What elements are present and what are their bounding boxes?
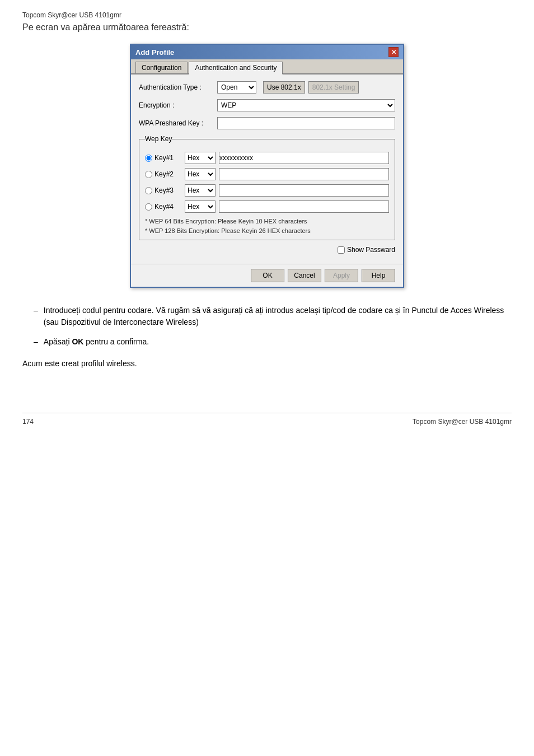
bullet-text-2: Apăsați OK pentru a confirma. bbox=[44, 336, 149, 348]
key1-radio-label[interactable]: Key#1 bbox=[145, 154, 181, 162]
auth-type-label: Authentication Type : bbox=[139, 83, 217, 91]
key3-radio[interactable] bbox=[145, 187, 152, 194]
list-item-1: – Introduceți codul pentru codare. Vă ru… bbox=[34, 305, 512, 328]
auth-type-select[interactable]: Open Shared WPA bbox=[217, 81, 256, 94]
dash-1: – bbox=[34, 305, 38, 328]
key2-label: Key#2 bbox=[154, 170, 174, 178]
dialog-titlebar: Add Profile ✕ bbox=[131, 45, 403, 59]
dialog-tabs: Configuration Authentication and Securit… bbox=[131, 59, 403, 74]
close-button[interactable]: ✕ bbox=[388, 47, 399, 57]
wpa-row: WPA Preshared Key : bbox=[139, 117, 395, 129]
tab-configuration[interactable]: Configuration bbox=[135, 62, 188, 73]
hint1: * WEP 64 Bits Encryption: Please Keyin 1… bbox=[145, 217, 389, 226]
use-802-button[interactable]: Use 802.1x bbox=[263, 81, 305, 94]
page-footer: 174 Topcom Skyr@cer USB 4101gmr bbox=[22, 413, 512, 426]
page-number: 174 bbox=[22, 418, 34, 426]
802-setting-button[interactable]: 802.1x Setting bbox=[308, 81, 359, 94]
encryption-row: Encryption : WEP None TKIP bbox=[139, 99, 395, 111]
ok-button[interactable]: OK bbox=[251, 269, 284, 282]
dialog-buttons: OK Cancel Apply Help bbox=[131, 264, 403, 287]
wep-group-legend: Wep Key bbox=[145, 135, 172, 143]
footer-right-text: Topcom Skyr@cer USB 4101gmr bbox=[413, 418, 512, 426]
key3-label: Key#3 bbox=[154, 186, 174, 194]
key1-input[interactable] bbox=[219, 152, 389, 164]
key1-row: Key#1 Hex ASCII bbox=[145, 152, 389, 164]
auth-type-controls: Open Shared WPA Use 802.1x 802.1x Settin… bbox=[217, 81, 395, 94]
dash-2: – bbox=[34, 336, 38, 348]
page-header-small: Topcom Skyr@cer USB 4101gmr bbox=[22, 11, 512, 19]
key2-type-select[interactable]: Hex ASCII bbox=[185, 168, 216, 180]
key1-radio[interactable] bbox=[145, 155, 152, 162]
key2-radio[interactable] bbox=[145, 171, 152, 178]
dialog-content: Authentication Type : Open Shared WPA Us… bbox=[131, 74, 403, 264]
tab-authentication-security[interactable]: Authentication and Security bbox=[189, 62, 283, 74]
wep-key-group: Wep Key Key#1 Hex ASCII bbox=[139, 135, 395, 240]
key1-label: Key#1 bbox=[154, 154, 174, 162]
add-profile-dialog: Add Profile ✕ Configuration Authenticati… bbox=[130, 44, 404, 288]
show-password-checkbox[interactable] bbox=[338, 246, 345, 254]
apply-button[interactable]: Apply bbox=[325, 269, 358, 282]
key4-label: Key#4 bbox=[154, 203, 174, 211]
page-header-large: Pe ecran va apărea următoarea fereastră: bbox=[22, 22, 512, 32]
bullet-text-1: Introduceți codul pentru codare. Vă rugă… bbox=[44, 305, 512, 328]
dialog-wrapper: Add Profile ✕ Configuration Authenticati… bbox=[22, 44, 512, 288]
key1-type-select[interactable]: Hex ASCII bbox=[185, 152, 216, 164]
footer-note: Acum este creat profilul wireless. bbox=[22, 359, 512, 368]
help-button[interactable]: Help bbox=[362, 269, 395, 282]
list-item-2: – Apăsați OK pentru a confirma. bbox=[34, 336, 512, 348]
key3-input[interactable] bbox=[219, 184, 389, 197]
encryption-controls: WEP None TKIP bbox=[217, 99, 395, 111]
wpa-label: WPA Preshared Key : bbox=[139, 119, 217, 127]
key3-row: Key#3 Hex ASCII bbox=[145, 184, 389, 197]
bullet-list: – Introduceți codul pentru codare. Vă ru… bbox=[34, 305, 512, 348]
show-password-row: Show Passward bbox=[139, 246, 395, 254]
key4-input[interactable] bbox=[219, 200, 389, 213]
key4-row: Key#4 Hex ASCII bbox=[145, 200, 389, 213]
hint-text: * WEP 64 Bits Encryption: Please Keyin 1… bbox=[145, 217, 389, 235]
key2-radio-label[interactable]: Key#2 bbox=[145, 170, 181, 178]
encryption-select[interactable]: WEP None TKIP bbox=[217, 99, 395, 111]
cancel-button[interactable]: Cancel bbox=[288, 269, 321, 282]
show-password-label[interactable]: Show Passward bbox=[347, 246, 395, 254]
key2-input[interactable] bbox=[219, 168, 389, 180]
key4-radio[interactable] bbox=[145, 203, 152, 211]
key3-type-select[interactable]: Hex ASCII bbox=[185, 184, 216, 197]
key4-radio-label[interactable]: Key#4 bbox=[145, 203, 181, 211]
hint2: * WEP 128 Bits Encryption: Please Keyin … bbox=[145, 226, 389, 236]
encryption-label: Encryption : bbox=[139, 101, 217, 109]
dialog-title: Add Profile bbox=[135, 48, 174, 57]
wpa-input[interactable] bbox=[217, 117, 395, 129]
key3-radio-label[interactable]: Key#3 bbox=[145, 186, 181, 194]
auth-type-row: Authentication Type : Open Shared WPA Us… bbox=[139, 81, 395, 94]
key4-type-select[interactable]: Hex ASCII bbox=[185, 200, 216, 213]
key2-row: Key#2 Hex ASCII bbox=[145, 168, 389, 180]
